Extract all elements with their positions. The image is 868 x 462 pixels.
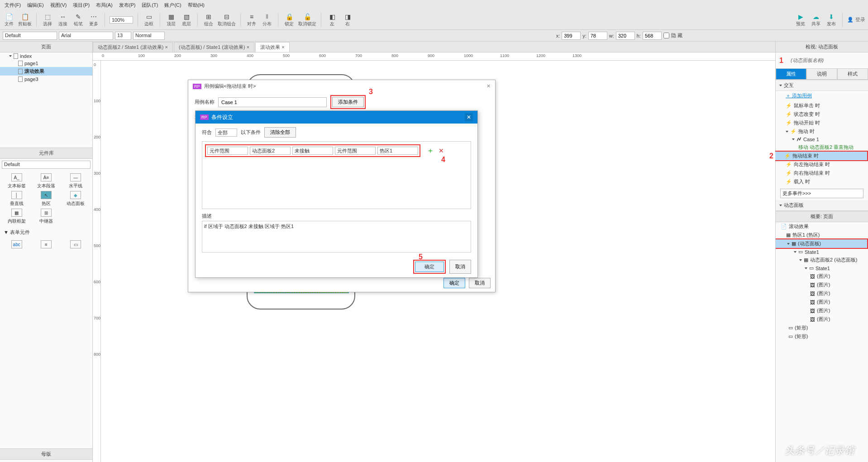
desc-textarea[interactable]: if 区域于 动态面板2 未接触 区域于 热区1 (202, 221, 471, 252)
more-events-select[interactable]: 更多事件>>> (780, 189, 863, 198)
lib-iframe[interactable]: ▦内联框架 (3, 209, 30, 224)
preview-button[interactable]: ▶预览 (794, 12, 807, 28)
back-ok-button[interactable]: 确定 (444, 278, 465, 288)
y-input[interactable] (588, 32, 607, 40)
lock-tool[interactable]: 🔒锁定 (283, 12, 296, 28)
more-tool[interactable]: ⋯更多 (87, 12, 100, 28)
publish-button[interactable]: ⬇发布 (825, 12, 838, 28)
login-button[interactable]: 👤登录 (847, 16, 865, 23)
ok-button[interactable]: 确定 (415, 262, 444, 272)
page-item-selected[interactable]: 滚动效果 (0, 67, 92, 76)
canvas[interactable]: 0 100 200 300 400 500 600 700 800 RP 用例编… (93, 61, 775, 462)
close-icon[interactable]: ✕ (465, 113, 473, 121)
file-group[interactable]: 📄文件 (3, 12, 15, 28)
menu-team[interactable]: 团队(T) (142, 2, 158, 9)
hide-checkbox[interactable] (663, 33, 669, 38)
cancel-button[interactable]: 取消 (449, 260, 471, 274)
menu-file[interactable]: 文件(F) (5, 2, 21, 9)
outline-rect[interactable]: ▭ (矩形) (776, 332, 868, 341)
outline-state1a[interactable]: ▭ State1 (776, 248, 868, 256)
front-tool[interactable]: ▦顶层 (165, 12, 177, 28)
cond-sel-5[interactable]: 热区1 (377, 147, 418, 155)
x-input[interactable] (562, 32, 581, 40)
outline-img[interactable]: 🖼 (图片) (776, 298, 868, 306)
event-click[interactable]: ⚡ 鼠标单击 时 (776, 101, 868, 110)
connect-tool[interactable]: ↔连接 (57, 12, 69, 28)
menu-publish[interactable]: 发布(P) (119, 2, 136, 9)
delete-condition-icon[interactable]: ✕ (439, 147, 444, 154)
tab-notes[interactable]: 说明 (806, 68, 837, 80)
align-left[interactable]: ◧左 (326, 12, 339, 28)
cond-sel-4[interactable]: 元件范围 (335, 147, 376, 155)
border-tool[interactable]: ▭边框 (143, 12, 155, 28)
close-icon[interactable]: ✕ (486, 83, 491, 89)
fontsize-select[interactable]: 13 (115, 32, 131, 40)
clear-all-button[interactable]: 清除全部 (264, 127, 296, 138)
add-case-link[interactable]: ＋ 添加用例 (776, 91, 868, 100)
case-1[interactable]: 🗲 Case 1 (776, 136, 868, 143)
cond-sel-2[interactable]: 动态面板2 (250, 147, 291, 155)
h-input[interactable] (643, 32, 662, 40)
menu-help[interactable]: 帮助(H) (188, 2, 205, 9)
back-tool[interactable]: ▧底层 (180, 12, 193, 28)
lib-form-2[interactable]: ≡ (32, 240, 60, 248)
pen-tool[interactable]: ✎铅笔 (72, 12, 85, 28)
interaction-section[interactable]: 交互 (776, 80, 868, 91)
dp-section[interactable]: 动态面板 (776, 200, 868, 211)
lib-vr[interactable]: │垂直线 (3, 191, 30, 207)
lib-paragraph[interactable]: A≡文本段落 (32, 173, 60, 189)
add-condition-icon[interactable]: ＋ (427, 146, 434, 156)
outline-img[interactable]: 🖼 (图片) (776, 272, 868, 281)
align-right[interactable]: ◨右 (341, 12, 354, 28)
page-item[interactable]: page3 (0, 76, 92, 83)
event-drag-end[interactable]: ⚡ 拖动结束 时 (773, 151, 868, 161)
match-select[interactable]: 全部 (215, 129, 237, 137)
widget-name-input[interactable]: (动态面板名称) (786, 54, 828, 67)
clipboard-group[interactable]: 📋剪贴板 (18, 12, 32, 28)
lib-text-label[interactable]: A_文本标签 (3, 173, 30, 189)
outline-state1b[interactable]: ▭ State1 (776, 264, 868, 272)
event-drag-right-end[interactable]: ⚡ 向右拖动结束 时 (776, 169, 868, 177)
distribute-tool[interactable]: ⫴分布 (261, 12, 273, 28)
outline-root[interactable]: 📄 滚动效果 (776, 222, 868, 231)
outline-img[interactable]: 🖼 (图片) (776, 315, 868, 324)
menu-project[interactable]: 项目(P) (73, 2, 90, 9)
style-select[interactable]: Default (3, 32, 57, 40)
tab-0[interactable]: 动态面板2 / State1 (滚动效果) × (93, 42, 173, 52)
group-tool[interactable]: ⊞组合 (202, 12, 215, 28)
back-cancel-button[interactable]: 取消 (469, 278, 491, 288)
lib-hr[interactable]: —水平线 (62, 173, 90, 189)
cond-sel-3[interactable]: 未接触 (292, 147, 333, 155)
tab-properties[interactable]: 属性 (776, 68, 806, 80)
tab-style[interactable]: 样式 (837, 68, 868, 80)
event-load[interactable]: ⚡ 载入 时 (776, 177, 868, 186)
cond-sel-1[interactable]: 元件范围 (207, 147, 248, 155)
select-tool[interactable]: ⬚选择 (41, 12, 54, 28)
event-state-change[interactable]: ⚡ 状态改变 时 (776, 110, 868, 119)
event-drag-left-end[interactable]: ⚡ 向左拖动结束 时 (776, 160, 868, 169)
lib-section-forms[interactable]: ▼ 表单元件 (0, 227, 92, 238)
align-tool[interactable]: ≡对齐 (245, 12, 258, 28)
lib-form-3[interactable]: ▭ (62, 240, 90, 248)
outline-img[interactable]: 🖼 (图片) (776, 289, 868, 298)
lib-repeater[interactable]: ⊞中继器 (32, 209, 60, 224)
outline-dp[interactable]: ▦ (动态面板) (776, 238, 868, 249)
unlock-tool[interactable]: 🔓取消锁定 (298, 12, 316, 28)
menu-edit[interactable]: 编辑(E) (27, 2, 44, 9)
menu-view[interactable]: 视图(V) (50, 2, 67, 9)
outline-img[interactable]: 🖼 (图片) (776, 306, 868, 315)
lib-hotspot[interactable]: ↖热区 (32, 191, 60, 207)
tab-2[interactable]: 滚动效果 × (255, 42, 289, 52)
outline-img[interactable]: 🖼 (图片) (776, 281, 868, 289)
page-root[interactable]: index (0, 52, 92, 60)
ungroup-tool[interactable]: ⊟取消组合 (218, 12, 236, 28)
library-select[interactable]: Default (2, 161, 91, 169)
lib-dynamic-panel[interactable]: ◆动态面板 (62, 191, 90, 207)
weight-select[interactable]: Normal (133, 32, 165, 40)
event-drag-start[interactable]: ⚡ 拖动开始 时 (776, 119, 868, 127)
font-select[interactable]: Arial (59, 32, 113, 40)
lib-form-1[interactable]: abc (3, 240, 30, 248)
zoom-select[interactable]: 100% (110, 16, 133, 24)
page-item[interactable]: page1 (0, 60, 92, 67)
add-condition-button[interactable]: 添加条件 (332, 97, 364, 107)
